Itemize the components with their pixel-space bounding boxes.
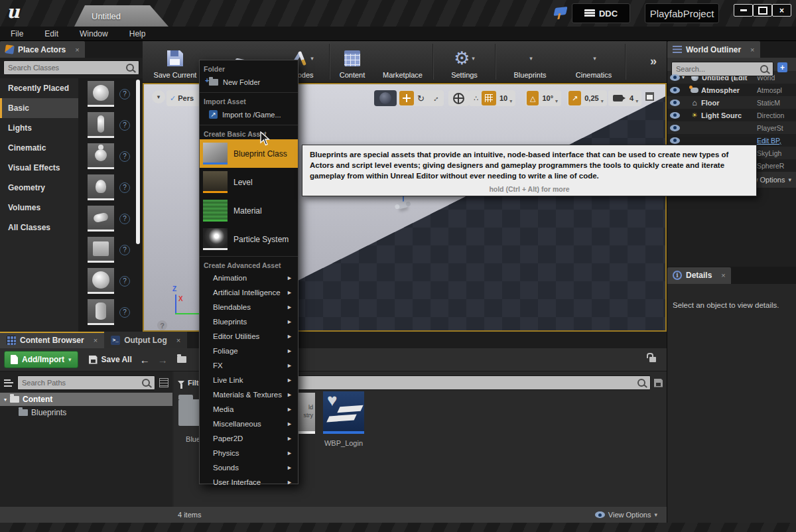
list-view-icon[interactable] xyxy=(159,378,168,387)
cinematics-button[interactable]: ▾Cinematics xyxy=(563,41,624,82)
edit-bp-link[interactable]: Edit BP, xyxy=(748,137,796,145)
help-icon[interactable]: ? xyxy=(119,182,130,193)
place-actors-tab[interactable]: Place Actors × xyxy=(0,41,85,58)
place-item-point-light[interactable]: ? xyxy=(78,172,143,203)
close-button[interactable]: × xyxy=(772,4,791,17)
scale-snap-value[interactable]: 0,25 xyxy=(581,94,602,102)
settings-button[interactable]: ⚙▾Settings xyxy=(434,41,494,82)
close-tab-icon[interactable]: × xyxy=(176,336,180,344)
menu-item-media[interactable]: Media► xyxy=(200,402,298,417)
player-start-sprite[interactable] xyxy=(395,196,412,217)
menu-item-foliage[interactable]: Foliage► xyxy=(200,344,298,358)
visibility-eye-icon[interactable] xyxy=(670,74,680,81)
search-paths-input[interactable] xyxy=(18,379,141,387)
save-all-button[interactable]: Save All xyxy=(89,355,132,364)
menu-edit[interactable]: Edit xyxy=(36,28,66,40)
cb-view-options[interactable]: View Options▾ xyxy=(595,511,657,519)
rotate-tool-button[interactable]: ↻ xyxy=(414,91,428,105)
viewport-help-icon[interactable]: ? xyxy=(157,320,167,330)
scale-tool-button[interactable]: ↔ xyxy=(428,91,442,105)
minimize-button[interactable] xyxy=(734,4,753,17)
grid-snap-button[interactable] xyxy=(482,91,496,105)
menu-item-sounds[interactable]: Sounds► xyxy=(200,460,298,475)
place-item-sphere[interactable]: ? xyxy=(78,265,143,297)
close-tab-icon[interactable]: × xyxy=(94,336,98,344)
move-tool-button[interactable] xyxy=(399,91,414,105)
content-button[interactable]: Content xyxy=(331,41,373,82)
category-geometry[interactable]: Geometry xyxy=(0,178,78,198)
marketplace-button[interactable]: Marketplace xyxy=(373,41,432,82)
menu-help[interactable]: Help xyxy=(121,28,154,40)
lock-icon[interactable] xyxy=(649,357,656,362)
place-item-empty-pawn[interactable]: ? xyxy=(78,141,143,172)
menu-item-editor-utilities[interactable]: Editor Utilities► xyxy=(200,329,298,344)
content-browser-tab[interactable]: Content Browser × xyxy=(0,332,104,348)
help-icon[interactable]: ? xyxy=(119,276,130,287)
close-tab-icon[interactable]: × xyxy=(750,46,754,54)
outliner-row-1[interactable]: AtmospherAtmospl xyxy=(667,84,796,96)
menu-item-user-interface[interactable]: User Interface► xyxy=(200,475,298,490)
place-item-cylinder[interactable]: ? xyxy=(78,297,143,328)
scale-snap-button[interactable]: ↗ xyxy=(568,91,581,105)
menu-item-paper2d[interactable]: Paper2D► xyxy=(200,431,298,446)
menu-item-physics[interactable]: Physics► xyxy=(200,446,298,460)
help-icon[interactable]: ? xyxy=(119,214,130,224)
place-item-empty-character[interactable]: ? xyxy=(78,109,143,141)
level-tab[interactable]: Untitled xyxy=(74,5,168,27)
visibility-eye-icon[interactable] xyxy=(670,125,680,131)
forward-button[interactable]: → xyxy=(158,354,168,366)
close-tab-icon[interactable]: × xyxy=(721,271,725,279)
menu-item-live-link[interactable]: Live Link► xyxy=(200,373,298,387)
visibility-eye-icon[interactable] xyxy=(670,137,680,144)
tutorial-cap-icon[interactable] xyxy=(553,7,567,16)
category-all-classes[interactable]: All Classes xyxy=(0,218,78,237)
save-current-button[interactable]: Save Current xyxy=(147,41,204,82)
place-item-empty-actor[interactable]: ? xyxy=(78,78,143,109)
world-outliner-tab[interactable]: World Outliner × xyxy=(667,41,760,58)
output-log-tab[interactable]: >_ Output Log × xyxy=(104,332,187,348)
path-folder-icon[interactable] xyxy=(177,356,186,363)
filters-icon[interactable] xyxy=(178,381,184,385)
menu-item-import-to-game-[interactable]: ↗Import to /Game... xyxy=(200,107,298,122)
maximize-viewport-button[interactable] xyxy=(645,92,654,101)
back-button[interactable]: ← xyxy=(140,354,150,366)
menu-item-particle-system[interactable]: Particle System xyxy=(200,225,298,253)
camera-speed-button[interactable] xyxy=(610,91,626,105)
category-volumes[interactable]: Volumes xyxy=(0,198,78,218)
visibility-eye-icon[interactable] xyxy=(670,87,680,94)
category-recently-placed[interactable]: Recently Placed xyxy=(0,78,78,98)
close-tab-icon[interactable]: × xyxy=(75,46,79,54)
grid-snap-value[interactable]: 10 xyxy=(496,94,511,102)
category-visual-effects[interactable]: Visual Effects xyxy=(0,158,78,178)
help-icon[interactable]: ? xyxy=(119,245,130,255)
details-tab[interactable]: i Details × xyxy=(667,267,731,284)
category-basic[interactable]: Basic xyxy=(0,98,78,118)
help-icon[interactable]: ? xyxy=(119,89,130,100)
visibility-eye-icon[interactable] xyxy=(670,112,680,119)
outliner-row-2[interactable]: ⌂FloorStaticM xyxy=(667,96,796,109)
outliner-row-4[interactable]: PlayerSt xyxy=(667,121,796,134)
camera-gizmo-ball[interactable] xyxy=(374,90,397,106)
menu-item-new-folder[interactable]: New Folder xyxy=(200,74,298,90)
menu-item-blendables[interactable]: Blendables► xyxy=(200,300,298,314)
viewport-options-dropdown[interactable]: ▾ xyxy=(152,90,165,103)
menu-window[interactable]: Window xyxy=(72,28,116,40)
help-icon[interactable]: ? xyxy=(119,120,130,131)
blueprints-button[interactable]: ▾Blueprints xyxy=(497,41,563,82)
category-cinematic[interactable]: Cinematic xyxy=(0,138,78,158)
place-item-player-start[interactable]: ? xyxy=(78,203,143,234)
world-local-toggle[interactable] xyxy=(448,90,469,106)
tree-item-content[interactable]: ▾ Content xyxy=(0,393,172,406)
outliner-search-input[interactable] xyxy=(672,65,759,73)
surface-snap-button[interactable]: ∴ xyxy=(470,91,482,105)
menu-file[interactable]: File xyxy=(3,28,31,40)
search-classes-input[interactable] xyxy=(4,64,125,72)
menu-item-material[interactable]: Material xyxy=(200,196,298,225)
save-search-icon[interactable] xyxy=(654,379,663,387)
menu-item-blueprints[interactable]: Blueprints► xyxy=(200,314,298,329)
place-item-cube[interactable]: ? xyxy=(78,234,143,265)
place-actors-scrollbar[interactable] xyxy=(136,80,140,244)
outliner-row-3[interactable]: ☀Light SourcDirection xyxy=(667,109,796,121)
menu-item-fx[interactable]: FX► xyxy=(200,358,298,373)
menu-item-blueprint-class[interactable]: Blueprint Class xyxy=(200,139,298,168)
